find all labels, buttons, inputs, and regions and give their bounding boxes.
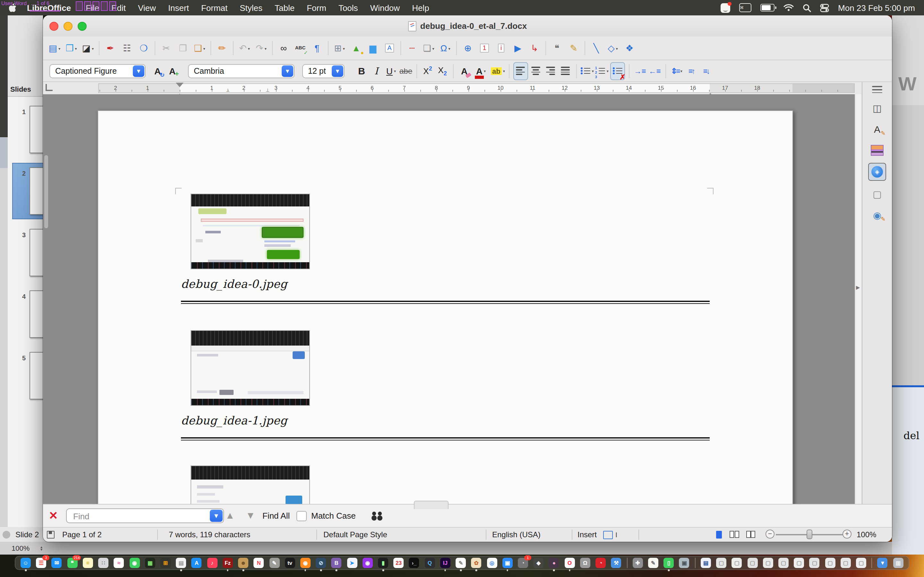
dock-firefox[interactable]: ◉ [300, 558, 310, 568]
chevron-down-icon[interactable]: ▾ [58, 46, 60, 50]
dock-xcode[interactable]: ⚒ [611, 558, 622, 568]
page-number-status[interactable]: Page 1 of 2 [62, 530, 102, 539]
insert-mode-status[interactable]: Insert [577, 530, 597, 539]
subscript-button[interactable]: X2 [436, 63, 449, 79]
dock-mail[interactable]: ✉ [52, 558, 62, 568]
minimize-window-button[interactable] [63, 22, 73, 31]
chevron-down-icon[interactable]: ▾ [680, 69, 682, 73]
dock-preview-document[interactable]: ▤ [176, 558, 186, 568]
dock-minimized-window-3[interactable]: ▢ [747, 558, 758, 568]
dock-music[interactable]: ♪ [207, 558, 217, 568]
menu-tools[interactable]: Tools [338, 3, 358, 13]
chevron-down-icon[interactable]: ▾ [92, 46, 94, 50]
selection-mode-icon[interactable] [603, 531, 613, 539]
justify-button[interactable] [559, 63, 572, 79]
page-style-status[interactable]: Default Page Style [323, 530, 387, 539]
slide-page-thumb[interactable] [29, 167, 43, 215]
dock-inkscape[interactable]: ◆ [533, 558, 543, 568]
dock-podcasts[interactable]: ◉ [363, 558, 373, 568]
insert-special-character-button[interactable]: Ω▾ [437, 39, 454, 57]
bold-button[interactable]: B [355, 63, 368, 79]
dock-news[interactable]: N [254, 558, 264, 568]
superscript-button[interactable]: X2 [421, 63, 435, 79]
find-next-button[interactable]: ▼ [246, 510, 255, 521]
open-button[interactable]: ❒▾ [63, 39, 79, 57]
dock-chrome[interactable]: ◎ [487, 558, 497, 568]
close-find-bar-button[interactable]: ✕ [49, 509, 58, 522]
insert-bookmark-button[interactable]: ▶ [509, 39, 526, 57]
dock-minimized-window-9[interactable]: ▢ [841, 558, 851, 568]
chevron-down-icon[interactable]: ▾ [265, 46, 267, 50]
bullet-list-button[interactable]: ▾ [581, 63, 594, 79]
dock-minimized-window-2[interactable]: ▢ [732, 558, 742, 568]
dock-intellij-idea[interactable]: IJ [440, 558, 451, 568]
show-draw-functions-button[interactable]: ❖ [621, 39, 638, 57]
clear-formatting-button[interactable]: A [457, 63, 471, 79]
menu-help[interactable]: Help [412, 3, 429, 13]
chevron-down-icon[interactable]: ▾ [343, 46, 345, 50]
navigator-deck-button[interactable]: ◈ [868, 163, 886, 181]
gallery-deck-button[interactable] [869, 142, 885, 159]
control-center-icon[interactable] [820, 3, 829, 12]
track-changes-button[interactable]: ✎ [565, 39, 582, 57]
chevron-down-icon[interactable]: ▾ [484, 69, 486, 73]
chevron-down-icon[interactable]: ▾ [592, 69, 594, 73]
dock-safari[interactable]: ➤ [347, 558, 357, 568]
chevron-down-icon[interactable]: ▾ [433, 46, 435, 50]
undo-button[interactable]: ↶▾ [236, 39, 253, 57]
book-view-icon[interactable] [746, 531, 755, 540]
dock-minimized-window-8[interactable]: ▢ [825, 558, 835, 568]
align-right-button[interactable] [544, 63, 557, 79]
new-style-button[interactable]: A＋ [166, 63, 179, 79]
title-bar[interactable]: debug_idea-0_et-al_7.docx [43, 15, 892, 37]
vertical-scrollbar[interactable] [855, 94, 861, 504]
menu-form[interactable]: Form [307, 3, 326, 13]
sidebar-menu-icon[interactable] [872, 86, 882, 93]
properties-deck-button[interactable]: ◫ [869, 100, 885, 116]
clone-formatting-button[interactable]: ✏ [214, 39, 230, 57]
dock-notes-app-2[interactable]: ✎ [648, 558, 658, 568]
search-icon[interactable] [803, 3, 811, 12]
dock-quicktime[interactable]: Q [425, 558, 435, 568]
match-case-checkbox[interactable] [296, 511, 307, 521]
find-input[interactable] [72, 510, 203, 523]
dock-settings-utility[interactable]: ◔1 [518, 558, 528, 568]
print-button[interactable]: ☷ [119, 39, 136, 57]
chevron-down-icon[interactable]: ▾ [616, 46, 618, 50]
zoom-percent-status[interactable]: 100% [857, 530, 876, 539]
dock-minimized-window-1[interactable]: ▢ [716, 558, 726, 568]
basic-shapes-button[interactable]: ◇▾ [604, 39, 621, 57]
dock-messages[interactable]: ❝214 [67, 558, 78, 568]
font-name-combo[interactable]: Cambria ▼ [188, 64, 294, 78]
slide-page-thumb[interactable] [29, 106, 43, 153]
print-preview-button[interactable]: ❍ [136, 39, 152, 57]
embedded-screenshot-image-1[interactable] [191, 330, 310, 406]
dock-terminal-2[interactable]: ›_ [409, 558, 419, 568]
dock-trash[interactable]: ▥ [893, 558, 903, 568]
chevron-down-icon[interactable]: ▾ [448, 46, 450, 50]
dock-downloads-folder[interactable]: ▼ [877, 558, 888, 568]
dock-finder[interactable]: ☺ [21, 558, 31, 568]
menu-styles[interactable]: Styles [240, 3, 262, 13]
italic-button[interactable]: I [370, 63, 383, 79]
sidebar-collapse-arrow-icon[interactable]: ▶ [856, 285, 860, 290]
dock-kexec-terminal[interactable]: ▦ [145, 558, 155, 568]
page-deck-button[interactable]: ▢ [869, 185, 885, 202]
embedded-screenshot-image-0[interactable] [191, 193, 310, 269]
line-spacing-button[interactable]: ⇕≡▾ [670, 63, 683, 79]
keyboard-icon[interactable]: ⌘ [739, 3, 751, 12]
dock-reminders[interactable]: ☰3 [36, 558, 46, 568]
redo-button[interactable]: ↷▾ [253, 39, 270, 57]
chevron-down-icon[interactable]: ▾ [394, 69, 396, 73]
chevron-down-icon[interactable]: ▾ [503, 69, 505, 73]
slide-thumbnail-list[interactable]: 12345 [8, 97, 43, 542]
dock-cat-app[interactable]: ● [549, 558, 559, 568]
align-center-button[interactable] [529, 63, 543, 79]
strikethrough-button[interactable]: abe [399, 63, 413, 79]
dock-contacts[interactable]: ☻ [238, 558, 248, 568]
chevron-down-icon[interactable]: ▾ [75, 46, 77, 50]
cut-button[interactable]: ✂ [158, 39, 174, 57]
slide-thumbnail-2[interactable]: 2 [8, 167, 43, 221]
font-size-combo[interactable]: 12 pt ▼ [302, 64, 344, 78]
zoom-window-button[interactable] [78, 22, 87, 31]
